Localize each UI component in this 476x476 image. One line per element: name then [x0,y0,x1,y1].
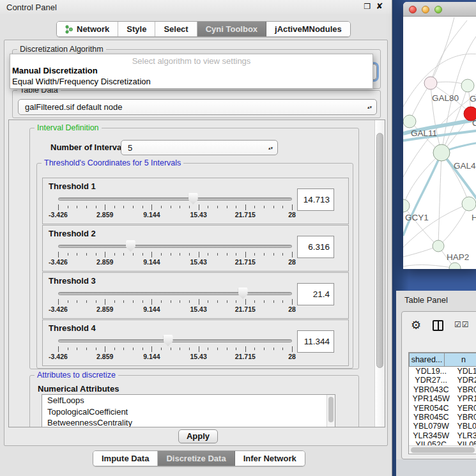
settings-scroll-pane: Interval Definition Number of Intervals … [8,119,385,427]
slider-scale-label: 15.43 [190,305,206,313]
number-of-intervals-value: 5 [128,143,132,153]
network-node[interactable] [403,115,416,128]
threshold-3-slider-thumb[interactable] [238,288,248,299]
apply-button[interactable]: Apply [178,429,218,443]
slider-ticks [58,299,292,305]
slider-scale-label: 21.715 [235,211,256,219]
slider-scale-label: 2.859 [96,305,113,313]
table-row[interactable]: YDL19...YDL19 [409,367,476,376]
zoom-traffic-light-icon[interactable] [434,6,442,13]
network-node[interactable] [461,79,474,92]
close-window-icon[interactable]: ✘ [374,1,385,12]
network-node[interactable] [403,199,410,212]
number-of-intervals-combobox[interactable]: 5 ▴▾ [121,140,278,155]
slider-scale-label: -3.426 [49,353,68,360]
float-window-icon[interactable]: ❒ [362,1,372,12]
discretization-algorithm-group-title: Discretization Algorithm [17,45,106,54]
slider-scale-label: 2.859 [96,258,113,266]
table-row[interactable]: YER054CYER05 [409,404,476,413]
network-canvas[interactable]: GAL80GACGAL11GAL4GCY1HHAP2 [403,17,476,269]
table-horizontal-scrollbar[interactable] [409,445,476,453]
select-columns-icon[interactable]: ☑☑ [454,320,470,329]
cyni-toolbox-panel: Discretization Algorithm ▴▾ Select algor… [4,40,388,446]
threshold-1-slider-track[interactable] [58,197,292,201]
settings-scrollbar-thumb[interactable] [376,133,383,368]
table-header: shared... n [409,353,476,367]
table-row[interactable]: YDR27...YDR27 [409,376,476,385]
network-node-label: H [472,213,476,222]
slider-scale-labels: -3.4262.8599.14415.4321.71528 [58,258,292,266]
close-traffic-light-icon[interactable] [409,6,417,13]
slider-scale-label: 21.715 [235,258,256,266]
list-scrollbar-thumb[interactable] [328,397,334,422]
column-header-name[interactable]: n [445,353,476,367]
threshold-4-slider-track[interactable] [58,339,292,342]
table-row[interactable]: YBR043CYBR04 [409,385,476,394]
threshold-3-label: Threshold 3 [49,276,96,286]
network-node[interactable] [424,77,437,89]
network-node-label: GAL4 [454,161,476,171]
column-header-shared[interactable]: shared... [409,353,445,367]
threshold-3-value-field[interactable]: 21.4 [297,283,334,305]
dropdown-option-manual[interactable]: Manual Discretization [10,65,372,76]
attribute-list-item[interactable]: SelfLoops [42,395,335,406]
bottom-tab-bar: Impute Data Discretize Data Infer Networ… [93,450,305,466]
slider-scale-labels: -3.4262.8599.14415.4321.71528 [58,353,292,361]
threshold-1-slider-thumb[interactable] [188,193,198,204]
network-node-label: GCY1 [405,213,429,222]
slider-scale-label: 15.43 [190,353,206,360]
table-panel: Table Panel ⚙ ☑☑ shared... n YDL19...YDL… [396,291,476,459]
slider-scale-label: -3.426 [49,211,68,219]
table-data-combobox[interactable]: galFiltered.sif default node ▴▾ [18,99,377,115]
tab-cyni-toolbox[interactable]: Cyni Toolbox [197,22,266,36]
slider-ticks [58,346,292,352]
threshold-2-slider-track[interactable] [58,245,292,248]
attribute-list-item[interactable]: BetweennessCentrality [42,417,335,427]
minimize-traffic-light-icon[interactable] [422,6,429,13]
network-node-label: GA [470,94,476,104]
numerical-attributes-list[interactable]: SelfLoopsTopologicalCoefficientBetweenne… [42,394,335,427]
slider-scale-label: 21.715 [235,305,256,313]
tab-impute-data[interactable]: Impute Data [93,451,158,466]
settings-scrollbar[interactable] [374,120,385,427]
table-toolbar: ⚙ ☑☑ [402,312,476,341]
threshold-2-slider-thumb[interactable] [126,240,135,252]
network-node[interactable] [433,144,450,161]
threshold-2-value-field[interactable]: 6.316 [297,236,334,258]
network-node[interactable] [462,197,476,211]
network-node[interactable] [433,240,444,252]
slider-scale-label: 9.144 [143,211,160,219]
attribute-list-item[interactable]: TopologicalCoefficient [42,406,335,418]
column-layout-icon[interactable] [433,320,443,331]
gear-icon[interactable]: ⚙ [411,318,421,332]
tab-infer-network[interactable]: Infer Network [235,451,305,466]
network-window-titlebar [403,2,476,17]
table-row[interactable]: YBL079WYBL07 [409,422,476,431]
list-scrollbar[interactable] [326,395,335,427]
tab-select[interactable]: Select [155,22,197,36]
slider-scale-label: 28 [288,211,296,219]
table-row[interactable]: YPR145WYPR14 [409,394,476,403]
threshold-4-slider-thumb[interactable] [164,335,173,346]
interval-definition-group: Interval Definition Number of Intervals … [29,128,359,369]
tab-jactivemnodules[interactable]: jActiveMNodules [266,22,350,36]
numerical-attributes-label: Numerical Attributes [38,384,119,394]
tab-network[interactable]: Network [57,22,118,36]
slider-scale-label: 28 [288,305,296,313]
threshold-4-value-field[interactable]: 11.344 [297,330,334,353]
table-row[interactable]: YBR045CYBR04 [409,413,476,422]
tab-discretize-data[interactable]: Discretize Data [158,451,234,466]
table-row[interactable]: YLR345WYLR34 [409,431,476,440]
table-panel-body: ⚙ ☑☑ shared... n YDL19...YDL19YDR27...YD… [401,311,476,459]
threshold-3-slider-track[interactable] [58,292,292,295]
status-strip [396,459,476,476]
slider-scale-label: -3.426 [49,258,68,266]
slider-scale-label: 21.715 [235,353,256,360]
threshold-1-value-field[interactable]: 14.713 [297,188,334,211]
dropdown-option-equal-width[interactable]: Equal Width/Frequency Discretization [10,76,372,87]
threshold-panel-2: Threshold 2 -3.4262.8599.14415.4321.7152… [42,225,349,272]
slider-scale-labels: -3.4262.8599.14415.4321.71528 [58,305,292,314]
tab-style[interactable]: Style [118,22,155,36]
slider-scale-label: 28 [288,353,296,360]
table-hscroll-thumb[interactable] [411,447,475,453]
